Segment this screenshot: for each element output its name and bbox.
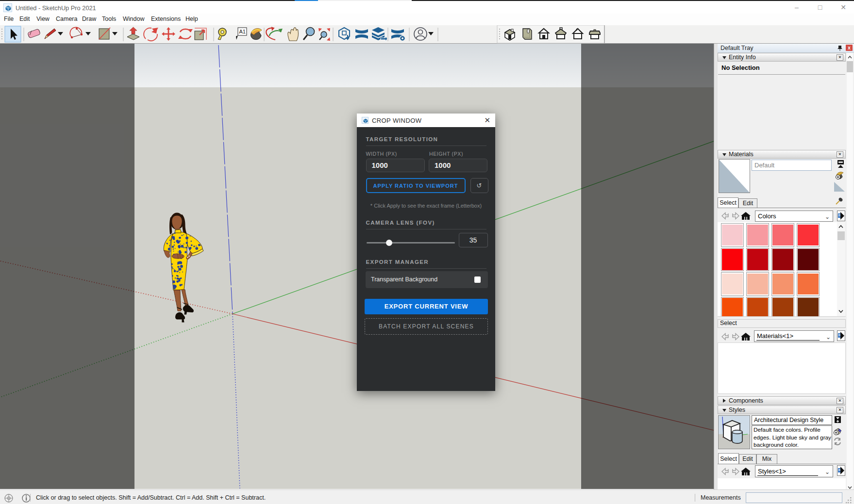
svg-text:A1: A1 <box>239 29 246 34</box>
